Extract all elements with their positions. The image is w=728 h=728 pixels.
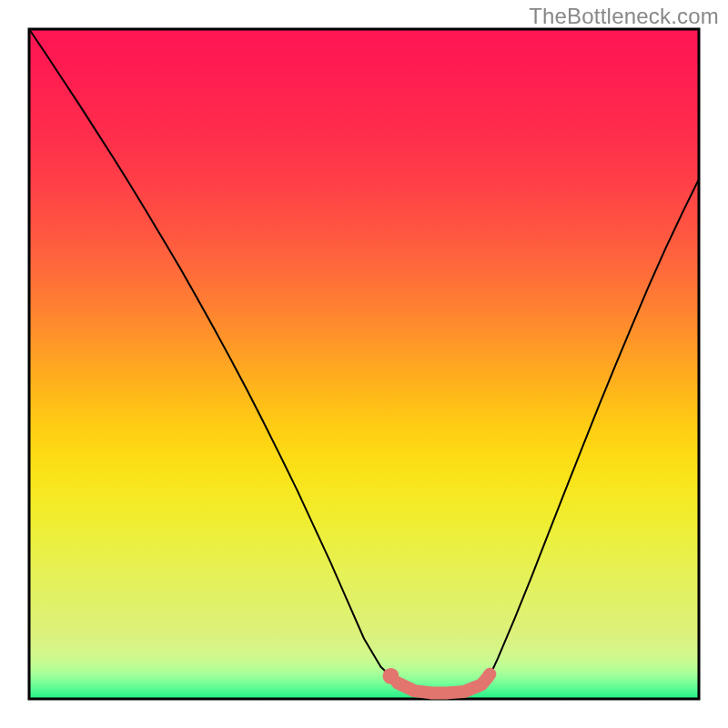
chart-background-gradient xyxy=(29,29,699,699)
bottleneck-chart xyxy=(0,0,728,728)
chart-container: TheBottleneck.com xyxy=(0,0,728,728)
highlight-dot xyxy=(382,668,399,684)
watermark-text: TheBottleneck.com xyxy=(529,4,719,29)
